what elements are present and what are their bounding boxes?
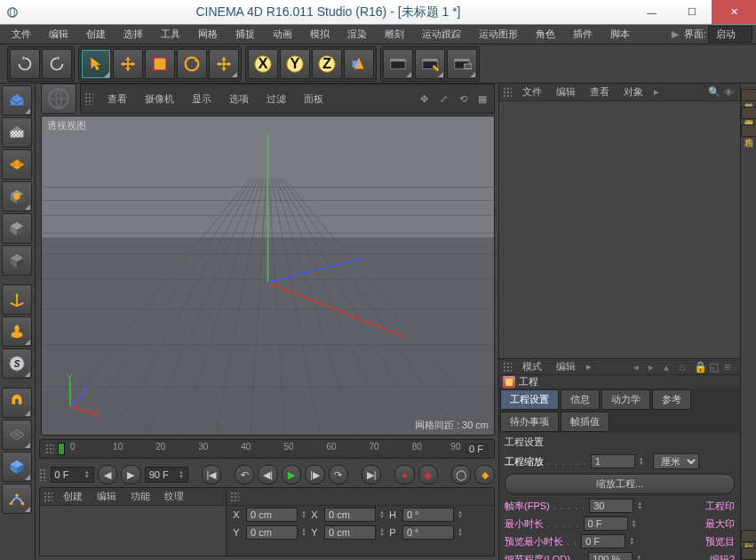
vp-menu-options[interactable]: 选项 (220, 91, 258, 108)
timeline[interactable]: 0 10 20 30 40 50 60 70 80 90 0 F (39, 439, 495, 459)
grip-icon[interactable] (503, 362, 512, 372)
vp-menu-view[interactable]: 查看 (99, 91, 136, 108)
axis-z-toggle[interactable]: Z (312, 49, 342, 79)
vp-pan-icon[interactable]: ✥ (416, 91, 432, 107)
tab-reference[interactable]: 参考 (652, 389, 691, 410)
obj-menu-objects[interactable]: 对象 (617, 84, 650, 100)
menu-select[interactable]: 选择 (115, 26, 151, 43)
preview-min-input[interactable] (581, 534, 625, 548)
goto-next-key-button[interactable]: ↷ (329, 465, 348, 484)
move-tool[interactable] (113, 49, 143, 79)
size-x-input[interactable] (324, 508, 376, 522)
project-scale-input[interactable] (591, 454, 635, 468)
primitive-cube-button[interactable] (2, 452, 32, 482)
vp-menu-camera[interactable]: 摄像机 (136, 91, 183, 108)
step-back-button[interactable]: ◀| (258, 465, 277, 484)
locked-workplane-button[interactable] (2, 388, 32, 418)
tab-info[interactable]: 信息 (561, 389, 600, 410)
point-mode-button[interactable] (2, 213, 32, 244)
goto-prev-key-button[interactable]: ↶ (235, 465, 254, 484)
grip-icon[interactable] (84, 92, 93, 105)
size-y-input[interactable] (324, 525, 376, 540)
side-tab-goto[interactable]: 到位 (741, 530, 757, 542)
vp-menu-panel[interactable]: 面板 (295, 91, 332, 108)
menu-file[interactable]: 文件 (4, 26, 39, 43)
menu-simulate[interactable]: 模拟 (302, 26, 338, 43)
obj-menu-file[interactable]: 文件 (515, 84, 549, 100)
menu-animate[interactable]: 动画 (265, 26, 300, 43)
mat-menu-tex[interactable]: 纹理 (157, 489, 191, 504)
goto-end-button[interactable]: ▶| (362, 465, 381, 484)
play-button[interactable]: ▶ (282, 465, 301, 484)
side-tab-objects[interactable]: 对象 (741, 89, 757, 101)
mat-menu-func[interactable]: 功能 (123, 489, 157, 504)
axis-mode-button[interactable] (2, 284, 32, 315)
grip-icon[interactable] (45, 444, 54, 454)
nav-back-icon[interactable]: ◂ (633, 361, 646, 373)
axis-x-toggle[interactable]: X (248, 49, 278, 79)
time-marker[interactable] (58, 443, 65, 455)
layout-select[interactable]: 启动 (708, 26, 752, 43)
rot-h-input[interactable] (402, 508, 454, 522)
key-options-button[interactable]: ◆ (474, 465, 494, 484)
new-window-icon[interactable]: ◱ (709, 361, 721, 373)
fps-input[interactable] (589, 499, 633, 513)
render-view-button[interactable] (383, 49, 413, 79)
vp-zoom-icon[interactable]: ⤢ (435, 91, 451, 107)
object-tree[interactable] (499, 101, 740, 358)
undo-button[interactable] (10, 49, 40, 79)
min-time-input[interactable] (584, 516, 628, 531)
attr-menu-edit[interactable]: 编辑 (549, 359, 583, 374)
nav-up-icon[interactable]: ▴ (664, 361, 676, 373)
make-editable-button[interactable] (2, 85, 32, 116)
pos-y-input[interactable] (246, 525, 298, 540)
eye-icon[interactable]: 👁 (724, 87, 736, 98)
coord-system-toggle[interactable] (344, 49, 374, 79)
vp-orbit-icon[interactable]: ⟲ (455, 91, 471, 107)
rotate-tool[interactable] (177, 49, 207, 79)
menu-edit[interactable]: 编辑 (41, 26, 76, 43)
menu-mesh[interactable]: 网格 (190, 26, 226, 43)
side-tab-structure[interactable]: 构造 (741, 124, 757, 137)
search-icon[interactable]: 🔍 (708, 86, 720, 98)
goto-start-button[interactable]: |◀ (202, 465, 221, 484)
side-tab-content[interactable]: 内容浏览器 (741, 107, 757, 119)
tab-todo[interactable]: 待办事项 (500, 412, 559, 432)
render-picture-button[interactable] (415, 49, 445, 79)
scale-project-button[interactable]: 缩放工程... (505, 474, 735, 494)
time-ruler[interactable]: 0 10 20 30 40 50 60 70 80 90 (70, 440, 458, 458)
autokey-button[interactable]: ◉ (418, 465, 438, 484)
menu-sculpt[interactable]: 雕刻 (377, 26, 412, 43)
spline-pen-button[interactable] (2, 484, 32, 514)
viewport-solo-button[interactable] (2, 316, 32, 347)
vp-menu-filter[interactable]: 过滤 (258, 91, 295, 108)
snap-toggle-button[interactable]: S (2, 348, 32, 379)
grip-icon[interactable] (39, 468, 47, 481)
obj-menu-view[interactable]: 查看 (583, 84, 617, 100)
model-mode-button[interactable] (2, 117, 32, 148)
mat-menu-create[interactable]: 创建 (56, 489, 90, 504)
tab-dynamics[interactable]: 动力学 (601, 389, 650, 410)
viewport-layout-button[interactable] (41, 84, 76, 114)
vp-toggle-icon[interactable]: ▦ (474, 91, 490, 107)
record-button[interactable]: ● (394, 465, 414, 484)
lock-icon[interactable]: 🔒 (694, 361, 706, 373)
menu-mograph[interactable]: 运动图形 (471, 26, 526, 43)
nav-fwd-icon[interactable]: ▸ (649, 361, 661, 373)
lod-input[interactable] (588, 552, 633, 560)
perspective-viewport[interactable]: 透视视图 Y X Z (41, 116, 495, 436)
live-select-tool[interactable] (81, 49, 111, 79)
workplane-mode-button[interactable] (2, 181, 32, 212)
menu-tools[interactable]: 工具 (153, 26, 188, 43)
menu-snap[interactable]: 捕捉 (227, 26, 263, 43)
pos-x-input[interactable] (246, 508, 298, 522)
last-tool[interactable] (209, 49, 239, 79)
menu-character[interactable]: 角色 (528, 26, 563, 43)
render-settings-button[interactable] (447, 49, 477, 79)
attr-menu-mode[interactable]: 模式 (515, 359, 549, 374)
menu-create[interactable]: 创建 (78, 26, 114, 43)
close-button[interactable]: ✕ (712, 0, 756, 24)
menu-icon[interactable]: ≡ (724, 361, 736, 373)
tab-project-settings[interactable]: 工程设置 (500, 389, 559, 410)
keyframe-sel-button[interactable]: ◯ (451, 465, 471, 484)
